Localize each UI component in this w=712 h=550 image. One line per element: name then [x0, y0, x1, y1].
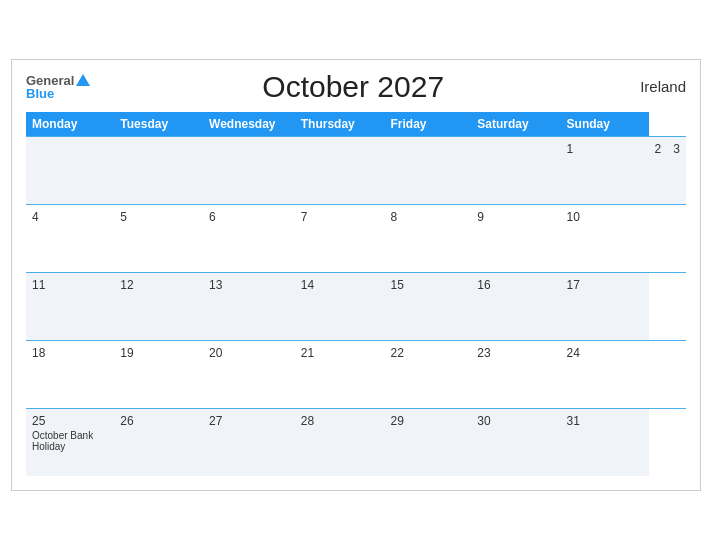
table-cell: 22: [384, 340, 471, 408]
table-cell: 25October Bank Holiday: [26, 408, 114, 476]
col-tuesday: Tuesday: [114, 112, 203, 137]
day-number: 4: [32, 210, 108, 224]
day-number: 30: [477, 414, 554, 428]
day-number: 23: [477, 346, 554, 360]
day-number: 3: [673, 142, 680, 156]
table-cell: [203, 136, 295, 204]
table-cell: 13: [203, 272, 295, 340]
table-cell: 21: [295, 340, 385, 408]
table-cell: [26, 136, 114, 204]
table-cell: [114, 136, 203, 204]
day-number: 20: [209, 346, 289, 360]
calendar-header-row: Monday Tuesday Wednesday Thursday Friday…: [26, 112, 686, 137]
logo-general-text: General: [26, 74, 74, 87]
logo: General Blue: [26, 74, 90, 100]
day-number: 26: [120, 414, 197, 428]
day-event: October Bank Holiday: [32, 430, 108, 452]
calendar: General Blue October 2027 Ireland Monday…: [11, 59, 701, 492]
table-row: 18192021222324: [26, 340, 686, 408]
logo-blue-text: Blue: [26, 87, 54, 100]
table-row: 25October Bank Holiday262728293031: [26, 408, 686, 476]
table-cell: [471, 136, 560, 204]
table-cell: 6: [203, 204, 295, 272]
day-number: 28: [301, 414, 379, 428]
day-number: 6: [209, 210, 289, 224]
calendar-table: Monday Tuesday Wednesday Thursday Friday…: [26, 112, 686, 477]
table-cell: 11: [26, 272, 114, 340]
day-number: 8: [390, 210, 465, 224]
table-row: 11121314151617: [26, 272, 686, 340]
day-number: 19: [120, 346, 197, 360]
calendar-title: October 2027: [90, 70, 616, 104]
table-row: 45678910: [26, 204, 686, 272]
day-number: 12: [120, 278, 197, 292]
calendar-header: General Blue October 2027 Ireland: [26, 70, 686, 104]
table-cell: 20: [203, 340, 295, 408]
day-number: 7: [301, 210, 379, 224]
day-number: 10: [567, 210, 643, 224]
table-cell: 14: [295, 272, 385, 340]
day-number: 16: [477, 278, 554, 292]
table-cell: 9: [471, 204, 560, 272]
table-cell: 29: [384, 408, 471, 476]
day-number: 17: [567, 278, 643, 292]
day-number: 9: [477, 210, 554, 224]
table-cell: 7: [295, 204, 385, 272]
table-cell: 23: [471, 340, 560, 408]
day-number: 24: [567, 346, 643, 360]
logo-triangle-icon: [76, 74, 90, 86]
day-number: 13: [209, 278, 289, 292]
table-cell: [295, 136, 385, 204]
day-number: 11: [32, 278, 108, 292]
day-number: 14: [301, 278, 379, 292]
col-wednesday: Wednesday: [203, 112, 295, 137]
calendar-country: Ireland: [616, 78, 686, 95]
day-number: 21: [301, 346, 379, 360]
table-cell: 30: [471, 408, 560, 476]
day-number: 25: [32, 414, 108, 428]
table-cell: 12: [114, 272, 203, 340]
day-number: 15: [390, 278, 465, 292]
day-number: 31: [567, 414, 643, 428]
table-cell: 19: [114, 340, 203, 408]
col-saturday: Saturday: [471, 112, 560, 137]
table-cell: 27: [203, 408, 295, 476]
table-cell: 4: [26, 204, 114, 272]
table-cell: 16: [471, 272, 560, 340]
table-cell: 24: [561, 340, 649, 408]
day-number: 29: [390, 414, 465, 428]
day-number: 18: [32, 346, 108, 360]
table-cell: 10: [561, 204, 649, 272]
col-friday: Friday: [384, 112, 471, 137]
table-cell: 28: [295, 408, 385, 476]
day-number: 1: [567, 142, 643, 156]
day-number: 27: [209, 414, 289, 428]
col-monday: Monday: [26, 112, 114, 137]
table-cell: 17: [561, 272, 649, 340]
table-cell: 8: [384, 204, 471, 272]
day-number: 5: [120, 210, 197, 224]
table-cell: 3: [667, 136, 686, 204]
day-number: 22: [390, 346, 465, 360]
table-cell: [384, 136, 471, 204]
col-sunday: Sunday: [561, 112, 649, 137]
table-cell: 15: [384, 272, 471, 340]
table-row: 123: [26, 136, 686, 204]
day-number: 2: [655, 142, 662, 156]
table-cell: 31: [561, 408, 649, 476]
table-cell: 26: [114, 408, 203, 476]
table-cell: 1: [561, 136, 649, 204]
table-cell: 18: [26, 340, 114, 408]
table-cell: 2: [649, 136, 668, 204]
col-thursday: Thursday: [295, 112, 385, 137]
table-cell: 5: [114, 204, 203, 272]
